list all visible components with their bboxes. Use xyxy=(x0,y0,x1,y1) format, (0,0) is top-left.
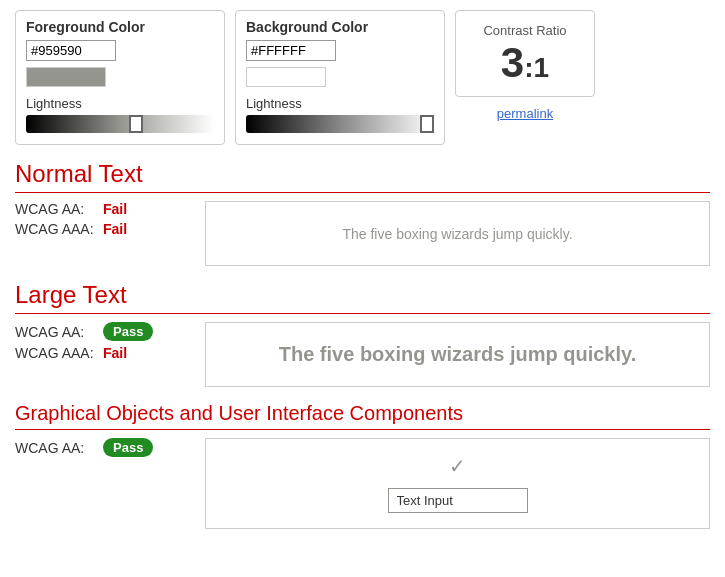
graphical-wcag-aa-label: WCAG AA: xyxy=(15,440,95,456)
checkmark-icon: ✓ xyxy=(449,454,466,478)
graphical-content: WCAG AA: Pass ✓ xyxy=(15,438,710,529)
large-text-content: WCAG AA: Pass WCAG AAA: Fail The five bo… xyxy=(15,322,710,387)
normal-text-preview: The five boxing wizards jump quickly. xyxy=(205,201,710,266)
graphical-wcag-aa-status: Pass xyxy=(103,438,153,457)
normal-text-divider xyxy=(15,192,710,193)
permalink-link[interactable]: permalink xyxy=(497,106,553,121)
contrast-section: Contrast Ratio 3:1 permalink xyxy=(455,10,595,121)
normal-text-section: Normal Text WCAG AA: Fail WCAG AAA: Fail… xyxy=(15,160,710,266)
large-wcag-aa-status: Pass xyxy=(103,322,153,341)
graphical-heading: Graphical Objects and User Interface Com… xyxy=(15,402,710,425)
background-color-box: Background Color Lightness xyxy=(235,10,445,145)
large-text-divider xyxy=(15,313,710,314)
graphical-section: Graphical Objects and User Interface Com… xyxy=(15,402,710,529)
large-text-section: Large Text WCAG AA: Pass WCAG AAA: Fail … xyxy=(15,281,710,387)
normal-preview-text: The five boxing wizards jump quickly. xyxy=(342,226,572,242)
foreground-input-row xyxy=(26,40,214,61)
graphical-wcag-aa-row: WCAG AA: Pass xyxy=(15,438,195,457)
foreground-color-box: Foreground Color Lightness xyxy=(15,10,225,145)
normal-wcag-aaa-status: Fail xyxy=(103,221,127,237)
graphical-preview: ✓ xyxy=(205,438,710,529)
large-wcag-aaa-row: WCAG AAA: Fail xyxy=(15,345,195,361)
normal-text-content: WCAG AA: Fail WCAG AAA: Fail The five bo… xyxy=(15,201,710,266)
graphical-checks: WCAG AA: Pass xyxy=(15,438,195,529)
contrast-separator: :1 xyxy=(524,52,549,83)
contrast-ratio-label: Contrast Ratio xyxy=(483,23,566,38)
background-color-input[interactable] xyxy=(246,40,336,61)
large-text-heading: Large Text xyxy=(15,281,710,309)
foreground-lightness-label: Lightness xyxy=(26,96,214,111)
large-wcag-aa-row: WCAG AA: Pass xyxy=(15,322,195,341)
background-lightness-label: Lightness xyxy=(246,96,434,111)
contrast-numerator: 3 xyxy=(501,39,524,86)
contrast-ratio-box: Contrast Ratio 3:1 xyxy=(455,10,595,97)
large-preview-text: The five boxing wizards jump quickly. xyxy=(279,343,636,366)
background-swatch xyxy=(246,67,326,87)
normal-text-checks: WCAG AA: Fail WCAG AAA: Fail xyxy=(15,201,195,266)
normal-wcag-aa-row: WCAG AA: Fail xyxy=(15,201,195,217)
large-wcag-aaa-label: WCAG AAA: xyxy=(15,345,95,361)
foreground-color-input[interactable] xyxy=(26,40,116,61)
foreground-swatch xyxy=(26,67,106,87)
top-section: Foreground Color Lightness Background Co… xyxy=(15,10,710,145)
foreground-label: Foreground Color xyxy=(26,19,214,35)
contrast-ratio-value: 3:1 xyxy=(501,42,549,84)
large-text-preview: The five boxing wizards jump quickly. xyxy=(205,322,710,387)
large-wcag-aa-label: WCAG AA: xyxy=(15,324,95,340)
background-lightness-slider[interactable] xyxy=(246,115,434,133)
background-label: Background Color xyxy=(246,19,434,35)
normal-wcag-aaa-row: WCAG AAA: Fail xyxy=(15,221,195,237)
graphical-divider xyxy=(15,429,710,430)
normal-wcag-aa-label: WCAG AA: xyxy=(15,201,95,217)
foreground-lightness-slider[interactable] xyxy=(26,115,214,133)
normal-wcag-aa-status: Fail xyxy=(103,201,127,217)
normal-wcag-aaa-label: WCAG AAA: xyxy=(15,221,95,237)
large-wcag-aaa-status: Fail xyxy=(103,345,127,361)
permalink-container: permalink xyxy=(455,105,595,121)
large-text-checks: WCAG AA: Pass WCAG AAA: Fail xyxy=(15,322,195,387)
text-input-preview[interactable] xyxy=(388,488,528,513)
background-input-row xyxy=(246,40,434,61)
normal-text-heading: Normal Text xyxy=(15,160,710,188)
